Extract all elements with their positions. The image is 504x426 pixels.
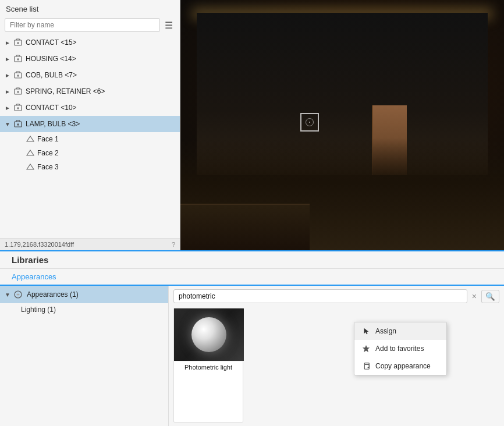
filter-input[interactable]: [5, 18, 160, 32]
svg-marker-10: [363, 345, 370, 352]
tree-item-contact-10[interactable]: ► CONTACT <10>: [0, 100, 180, 116]
node-icon: [13, 54, 23, 64]
help-icon[interactable]: ?: [172, 241, 175, 248]
viewport-background: [180, 0, 504, 250]
room-table: [180, 204, 310, 250]
context-menu: Assign Add to favorites: [354, 322, 447, 375]
clear-search-button[interactable]: ×: [470, 290, 479, 302]
search-row: × 🔍: [173, 289, 499, 303]
scene-list-header: Scene list: [0, 0, 180, 16]
search-icon: 🔍: [485, 292, 495, 301]
chevron-right-icon: ►: [5, 56, 13, 62]
libraries-header: Libraries: [0, 251, 504, 269]
thumbnail-label: Photometric light: [174, 361, 243, 373]
status-bar: 1.179,2168.f3320014fdff ?: [0, 238, 180, 250]
svg-rect-11: [364, 364, 369, 369]
face-icon: [26, 148, 35, 158]
item-label: SPRING, RETAINER <6>: [26, 87, 105, 95]
tree-item-cob-bulb[interactable]: ► COB, BULB <7>: [0, 67, 180, 83]
context-menu-assign[interactable]: Assign: [354, 322, 446, 340]
chevron-down-icon: ▼: [5, 121, 13, 127]
assign-label: Assign: [375, 327, 396, 335]
chevron-right-icon: ►: [5, 40, 13, 46]
thumbnail-card-photometric[interactable]: Photometric light: [173, 308, 243, 423]
menu-icon-button[interactable]: ☰: [162, 19, 175, 32]
tabs-row: Appearances: [0, 269, 504, 286]
room-scene: [180, 0, 504, 250]
context-menu-add-favorites[interactable]: Add to favorites: [354, 340, 446, 357]
thumbnails-area: Photometric light: [173, 308, 499, 423]
child-label: Face 2: [37, 149, 59, 157]
item-label: CONTACT <15>: [26, 38, 77, 47]
libs-tree: ▼ Appearances (1) Lighting (1): [0, 286, 169, 426]
svg-marker-7: [27, 150, 34, 155]
scan-target-icon: [300, 113, 319, 132]
thumbnail-image: [174, 308, 244, 361]
chevron-right-icon: ►: [5, 105, 13, 111]
item-label: CONTACT <10>: [26, 104, 77, 112]
appearances-icon: [13, 289, 23, 300]
context-menu-copy-appearance[interactable]: Copy appearance: [354, 357, 446, 375]
child-label: Face 3: [37, 163, 59, 171]
scene-tree: ► CONTACT <15> ►: [0, 34, 180, 238]
item-label: LAMP, BULB <3>: [26, 120, 80, 128]
add-to-favorites-label: Add to favorites: [375, 345, 424, 353]
libraries-content: ▼ Appearances (1) Lighting (1) × 🔍: [0, 286, 504, 426]
tree-item-contact-15[interactable]: ► CONTACT <15>: [0, 34, 180, 51]
copy-icon: [361, 361, 371, 371]
node-icon: [13, 86, 23, 97]
libraries-panel: Libraries Appearances ▼ Appearances (1) …: [0, 250, 504, 426]
libs-tree-item-appearances[interactable]: ▼ Appearances (1): [0, 286, 168, 303]
chevron-right-icon: ►: [5, 72, 13, 79]
tree-item-housing-14[interactable]: ► HOUSING <14>: [0, 51, 180, 67]
cursor-icon: [361, 326, 371, 336]
svg-marker-6: [27, 136, 34, 141]
libs-sub-item-lighting[interactable]: Lighting (1): [0, 303, 168, 316]
node-icon-expanded: [13, 119, 23, 129]
node-icon: [13, 37, 23, 48]
light-sphere: [191, 317, 226, 352]
copy-appearance-label: Copy appearance: [375, 362, 431, 370]
search-button[interactable]: 🔍: [481, 290, 499, 303]
scene-list-panel: Scene list ☰ ► CONTACT <15> ►: [0, 0, 180, 250]
tree-item-spring-retainer[interactable]: ► SPRING, RETAINER <6>: [0, 83, 180, 100]
lib-label: Appearances (1): [27, 290, 79, 299]
tree-child-face2[interactable]: Face 2: [0, 146, 180, 160]
status-text: 1.179,2168.f3320014fdff: [5, 241, 74, 248]
child-label: Face 1: [37, 135, 59, 143]
filter-row: ☰: [0, 16, 180, 34]
item-label: COB, BULB <7>: [26, 71, 77, 79]
face-icon: [26, 162, 35, 172]
tree-child-face1[interactable]: Face 1: [0, 132, 180, 146]
svg-marker-8: [27, 164, 34, 169]
search-input[interactable]: [173, 289, 467, 303]
libs-right: × 🔍 Photometric light: [169, 286, 504, 426]
tree-item-lamp-bulb[interactable]: ▼ LAMP, BULB <3>: [0, 116, 180, 132]
face-icon: [26, 134, 35, 144]
tree-child-face3[interactable]: Face 3: [0, 160, 180, 174]
node-icon: [13, 70, 23, 80]
chevron-right-icon: ►: [5, 88, 13, 95]
chevron-down-icon: ▼: [5, 292, 10, 298]
item-label: HOUSING <14>: [26, 55, 76, 63]
tab-appearances[interactable]: Appearances: [0, 269, 68, 286]
node-icon: [13, 102, 23, 113]
star-icon: [361, 344, 371, 353]
viewport[interactable]: [180, 0, 504, 250]
